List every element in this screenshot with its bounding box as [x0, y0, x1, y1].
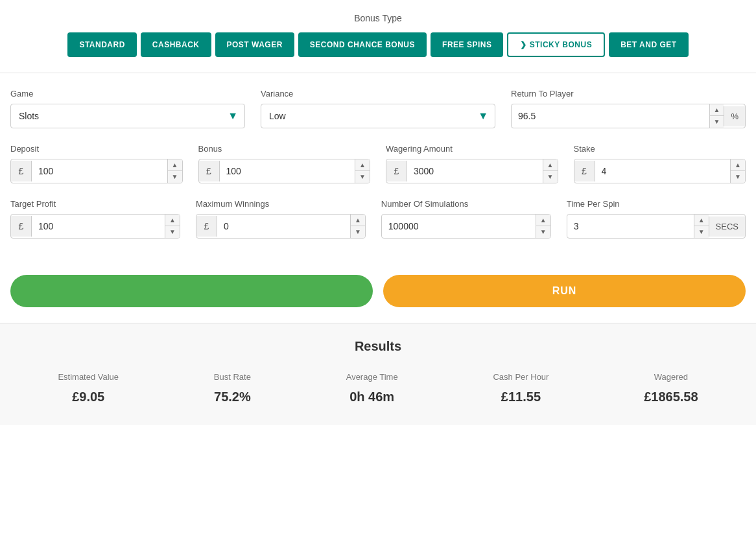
target-profit-input-wrapper: £ ▲ ▼	[10, 214, 180, 239]
wagering-input-wrapper: £ ▲ ▼	[386, 159, 558, 183]
tab-second-chance[interactable]: SECOND CHANCE BONUS	[298, 32, 427, 57]
result-wagered: Wagered £1865.58	[644, 372, 698, 404]
bonus-input[interactable]	[220, 161, 355, 181]
game-group: Game Slots Blackjack Roulette ▼	[10, 89, 245, 128]
result-estimated-value-label: Estimated Value	[58, 372, 119, 382]
bonus-input-wrapper: £ ▲ ▼	[198, 159, 371, 183]
stake-input[interactable]	[595, 161, 731, 181]
deposit-label: Deposit	[10, 144, 183, 154]
result-bust-rate: Bust Rate 75.2%	[214, 372, 251, 404]
max-winnings-input-wrapper: £ ▲ ▼	[196, 214, 366, 239]
result-average-time-value: 0h 46m	[349, 390, 394, 404]
simulations-up[interactable]: ▲	[536, 215, 550, 226]
result-bust-rate-value: 75.2%	[214, 390, 251, 404]
target-profit-down[interactable]: ▼	[165, 226, 180, 238]
wagering-label: Wagering Amount	[386, 144, 558, 154]
simulations-down[interactable]: ▼	[536, 226, 550, 238]
game-select-wrapper: Slots Blackjack Roulette ▼	[10, 104, 245, 128]
wagering-up[interactable]: ▲	[543, 159, 558, 171]
game-select[interactable]: Slots Blackjack Roulette	[11, 104, 244, 128]
tab-standard[interactable]: STANDARD	[67, 32, 136, 57]
wagering-spinner: ▲ ▼	[543, 159, 558, 183]
tab-free-spins[interactable]: FREE SPINS	[431, 32, 503, 57]
bonus-prefix: £	[199, 161, 220, 181]
deposit-up[interactable]: ▲	[168, 159, 182, 171]
bonus-group: Bonus £ ▲ ▼	[198, 144, 371, 183]
wagering-down[interactable]: ▼	[543, 171, 558, 183]
tab-post-wager[interactable]: POST WAGER	[215, 32, 294, 57]
time-per-spin-up[interactable]: ▲	[694, 215, 709, 226]
result-wagered-label: Wagered	[654, 372, 688, 382]
bonus-label: Bonus	[198, 144, 371, 154]
target-profit-group: Target Profit £ ▲ ▼	[10, 199, 180, 239]
time-per-spin-input[interactable]	[567, 216, 694, 237]
result-average-time: Average Time 0h 46m	[346, 372, 398, 404]
time-per-spin-group: Time Per Spin ▲ ▼ SECS	[567, 199, 746, 239]
results-grid: Estimated Value £9.05 Bust Rate 75.2% Av…	[16, 372, 740, 404]
rtp-group: Return To Player ▲ ▼ %	[511, 89, 746, 128]
tab-sticky-bonus[interactable]: ❯ STICKY BONUS	[507, 32, 605, 57]
variance-group: Variance Low Medium High ▼	[261, 89, 495, 128]
deposit-prefix: £	[11, 161, 32, 181]
time-per-spin-input-wrapper: ▲ ▼ SECS	[567, 214, 746, 239]
tab-cashback[interactable]: CASHBACK	[141, 32, 211, 57]
target-profit-label: Target Profit	[10, 199, 180, 209]
stake-down[interactable]: ▼	[731, 171, 745, 183]
max-winnings-down[interactable]: ▼	[351, 226, 365, 238]
form-row-2: Deposit £ ▲ ▼ Bonus £ ▲ ▼	[10, 144, 746, 183]
max-winnings-up[interactable]: ▲	[351, 215, 365, 226]
simulations-spinner: ▲ ▼	[536, 215, 550, 238]
deposit-group: Deposit £ ▲ ▼	[10, 144, 183, 183]
results-section: Results Estimated Value £9.05 Bust Rate …	[0, 323, 756, 425]
simulations-group: Number Of Simulations ▲ ▼	[381, 199, 551, 239]
bonus-type-label: Bonus Type	[26, 13, 730, 23]
tab-bet-and-get[interactable]: BET AND GET	[609, 32, 688, 57]
max-winnings-spinner: ▲ ▼	[350, 215, 365, 238]
bonus-tabs-container: STANDARD CASHBACK POST WAGER SECOND CHAN…	[26, 32, 730, 57]
stake-spinner: ▲ ▼	[730, 159, 745, 183]
max-winnings-input[interactable]	[217, 216, 350, 237]
result-cash-per-hour: Cash Per Hour £11.55	[493, 372, 549, 404]
result-average-time-label: Average Time	[346, 372, 398, 382]
wagering-prefix: £	[386, 161, 407, 181]
form-row-1: Game Slots Blackjack Roulette ▼ Variance…	[10, 89, 746, 128]
bonus-down[interactable]: ▼	[355, 171, 370, 183]
bonus-spinner: ▲ ▼	[355, 159, 370, 183]
wagering-group: Wagering Amount £ ▲ ▼	[386, 144, 558, 183]
deposit-input[interactable]	[32, 161, 167, 181]
time-per-spin-suffix: SECS	[709, 216, 745, 237]
green-button[interactable]	[10, 275, 373, 307]
variance-label: Variance	[261, 89, 495, 99]
result-wagered-value: £1865.58	[644, 390, 698, 404]
result-estimated-value: Estimated Value £9.05	[58, 372, 119, 404]
bonus-up[interactable]: ▲	[355, 159, 370, 171]
result-cash-per-hour-label: Cash Per Hour	[493, 372, 549, 382]
max-winnings-group: Maximum Winnings £ ▲ ▼	[196, 199, 366, 239]
rtp-input[interactable]	[512, 106, 709, 126]
rtp-down[interactable]: ▼	[710, 116, 724, 128]
rtp-up[interactable]: ▲	[710, 104, 724, 116]
game-label: Game	[10, 89, 245, 99]
simulations-label: Number Of Simulations	[381, 199, 551, 209]
stake-prefix: £	[574, 161, 595, 181]
target-profit-up[interactable]: ▲	[165, 215, 180, 226]
time-per-spin-down[interactable]: ▼	[694, 226, 709, 238]
variance-select[interactable]: Low Medium High	[261, 104, 495, 128]
target-profit-spinner: ▲ ▼	[165, 215, 180, 238]
target-profit-input[interactable]	[32, 216, 165, 237]
simulations-input[interactable]	[382, 216, 536, 237]
max-winnings-prefix: £	[196, 216, 217, 237]
results-title: Results	[16, 339, 740, 354]
run-button[interactable]: RUN	[383, 275, 746, 307]
rtp-label: Return To Player	[511, 89, 746, 99]
wagering-input[interactable]	[407, 161, 543, 181]
result-bust-rate-label: Bust Rate	[214, 372, 251, 382]
stake-input-wrapper: £ ▲ ▼	[574, 159, 746, 183]
stake-up[interactable]: ▲	[731, 159, 745, 171]
result-estimated-value-value: £9.05	[72, 390, 104, 404]
section-divider	[0, 73, 756, 73]
rtp-input-wrapper: ▲ ▼ %	[511, 104, 746, 128]
deposit-down[interactable]: ▼	[168, 171, 182, 183]
max-winnings-label: Maximum Winnings	[196, 199, 366, 209]
result-cash-per-hour-value: £11.55	[501, 390, 541, 404]
